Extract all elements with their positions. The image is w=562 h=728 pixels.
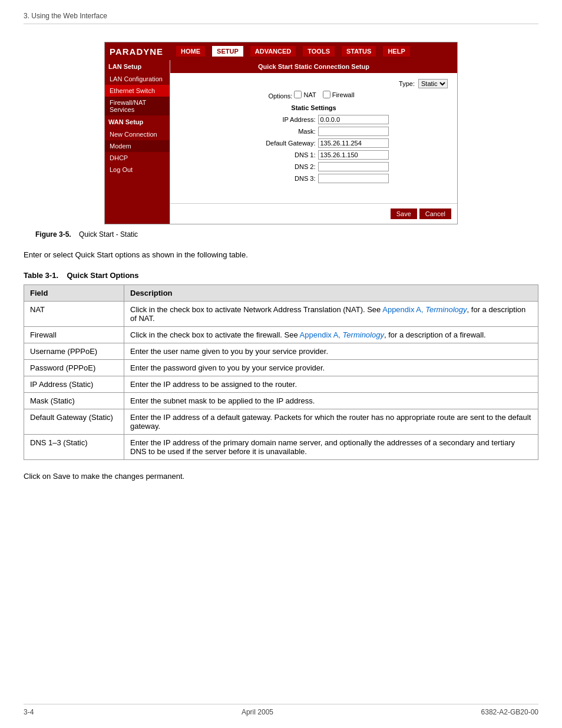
router-sidebar: LAN Setup LAN Configuration Ethernet Swi… xyxy=(105,60,170,224)
options-row: Options: NAT Firewall xyxy=(180,91,448,100)
firewall-label: Firewall xyxy=(332,91,355,98)
table-row: Password (PPPoE) Enter the password give… xyxy=(24,360,538,376)
dns2-row: DNS 2: xyxy=(180,162,448,171)
table-row: Default Gateway (Static) Enter the IP ad… xyxy=(24,409,538,435)
brand-logo: PARADYNE xyxy=(110,47,163,57)
figure-title: Quick Start - Static xyxy=(79,230,138,239)
nat-checkbox[interactable] xyxy=(294,91,302,98)
options-label: Options: xyxy=(268,92,292,100)
field-nat: NAT xyxy=(24,302,124,327)
sidebar-item-ethernet-switch[interactable]: Ethernet Switch xyxy=(105,85,170,97)
table-row: DNS 1–3 (Static) Enter the IP address of… xyxy=(24,435,538,460)
page-footer: 3-4 April 2005 6382-A2-GB20-00 xyxy=(24,704,538,716)
dns1-row: DNS 1: xyxy=(180,150,448,160)
static-settings-label: Static Settings xyxy=(180,104,448,111)
dns3-row: DNS 3: xyxy=(180,174,448,183)
cancel-button[interactable]: Cancel xyxy=(419,209,451,219)
quick-start-options-table: Field Description NAT Click in the check… xyxy=(24,284,538,460)
desc-firewall: Click in the check box to activate the f… xyxy=(124,327,538,343)
body-text: Enter or select Quick Start options as s… xyxy=(24,250,538,259)
dns3-label: DNS 3: xyxy=(239,175,316,182)
firewall-option: Firewall xyxy=(323,91,355,98)
figure-caption: Figure 3-5. Quick Start - Static xyxy=(24,230,538,239)
desc-gateway: Enter the IP address of a default gatewa… xyxy=(124,409,538,435)
field-password: Password (PPPoE) xyxy=(24,360,124,376)
footer-body-text: Click on Save to make the changes perman… xyxy=(24,472,538,481)
firewall-checkbox[interactable] xyxy=(323,91,330,98)
dns2-label: DNS 2: xyxy=(239,163,316,170)
nav-advanced[interactable]: ADVANCED xyxy=(250,46,296,57)
dns3-input[interactable] xyxy=(318,174,389,183)
figure-number: Figure 3-5. xyxy=(35,230,71,239)
mask-input[interactable] xyxy=(318,127,389,136)
nat-label: NAT xyxy=(303,91,316,98)
sidebar-item-new-connection[interactable]: New Connection xyxy=(105,128,170,140)
content-header: Quick Start Static Connection Setup xyxy=(170,60,457,73)
nav-tools[interactable]: TOOLS xyxy=(303,46,335,57)
table-row: Username (PPPoE) Enter the user name giv… xyxy=(24,343,538,360)
desc-password: Enter the password given to you by your … xyxy=(124,360,538,376)
type-label: Type: xyxy=(399,80,415,87)
nav-home[interactable]: HOME xyxy=(176,46,205,57)
router-navbar: PARADYNE HOME SETUP ADVANCED TOOLS STATU… xyxy=(105,42,457,60)
mask-row: Mask: xyxy=(180,127,448,136)
col-description: Description xyxy=(124,285,538,302)
dns1-label: DNS 1: xyxy=(239,151,316,158)
gateway-input[interactable] xyxy=(318,138,389,148)
table-row: IP Address (Static) Enter the IP address… xyxy=(24,376,538,393)
table-row: NAT Click in the check box to activate N… xyxy=(24,302,538,327)
sidebar-section-lan: LAN Setup xyxy=(105,60,170,73)
desc-nat: Click in the check box to activate Netwo… xyxy=(124,302,538,327)
nav-status[interactable]: STATUS xyxy=(342,46,376,57)
link-appendix-a-nat[interactable]: Appendix A, Terminology xyxy=(382,305,467,314)
footer-doc-number: 6382-A2-GB20-00 xyxy=(481,708,538,716)
type-select[interactable]: Static xyxy=(418,79,448,88)
field-gateway: Default Gateway (Static) xyxy=(24,409,124,435)
form-area: Type: Static Options: NAT Firewall xyxy=(170,73,457,191)
sidebar-item-modem[interactable]: Modem xyxy=(105,140,170,152)
field-ip-address: IP Address (Static) xyxy=(24,376,124,393)
dns1-input[interactable] xyxy=(318,150,389,160)
gateway-row: Default Gateway: xyxy=(180,138,448,148)
link-terminology-firewall[interactable]: Terminology xyxy=(343,330,384,339)
nat-option: NAT xyxy=(294,91,316,98)
ip-address-row: IP Address: xyxy=(180,115,448,124)
save-button[interactable]: Save xyxy=(391,209,417,219)
ip-address-label: IP Address: xyxy=(239,116,316,123)
table-row: Mask (Static) Enter the subnet mask to b… xyxy=(24,393,538,409)
nav-setup[interactable]: SETUP xyxy=(212,46,243,57)
table-title: Table 3-1. Quick Start Options xyxy=(24,271,538,280)
link-appendix-a-firewall[interactable]: Appendix A, xyxy=(300,330,340,339)
sidebar-item-lan-config[interactable]: LAN Configuration xyxy=(105,73,170,85)
router-body: LAN Setup LAN Configuration Ethernet Swi… xyxy=(105,60,457,224)
col-field: Field xyxy=(24,285,124,302)
sidebar-item-logout[interactable]: Log Out xyxy=(105,164,170,176)
field-username: Username (PPPoE) xyxy=(24,343,124,360)
router-ui-screenshot: PARADYNE HOME SETUP ADVANCED TOOLS STATU… xyxy=(104,42,458,224)
page-header: 3. Using the Web Interface xyxy=(24,12,538,24)
sidebar-item-firewall[interactable]: Firewall/NAT Services xyxy=(105,97,170,115)
footer-date: April 2005 xyxy=(242,708,273,716)
router-main-content: Quick Start Static Connection Setup Type… xyxy=(170,60,457,224)
footer-page-number: 3-4 xyxy=(24,708,34,716)
field-mask: Mask (Static) xyxy=(24,393,124,409)
sidebar-section-wan: WAN Setup xyxy=(105,115,170,128)
ip-address-input[interactable] xyxy=(318,115,389,124)
dns2-input[interactable] xyxy=(318,162,389,171)
desc-ip-address: Enter the IP address to be assigned to t… xyxy=(124,376,538,393)
sidebar-item-dhcp[interactable]: DHCP xyxy=(105,152,170,164)
button-row: Save Cancel xyxy=(170,203,457,224)
field-firewall: Firewall xyxy=(24,327,124,343)
mask-label: Mask: xyxy=(239,128,316,135)
type-row: Type: Static xyxy=(180,79,448,88)
table-row: Firewall Click in the check box to activ… xyxy=(24,327,538,343)
desc-username: Enter the user name given to you by your… xyxy=(124,343,538,360)
desc-mask: Enter the subnet mask to be applied to t… xyxy=(124,393,538,409)
field-dns: DNS 1–3 (Static) xyxy=(24,435,124,460)
desc-dns: Enter the IP address of the primary doma… xyxy=(124,435,538,460)
nav-help[interactable]: HELP xyxy=(383,46,409,57)
gateway-label: Default Gateway: xyxy=(239,140,316,147)
